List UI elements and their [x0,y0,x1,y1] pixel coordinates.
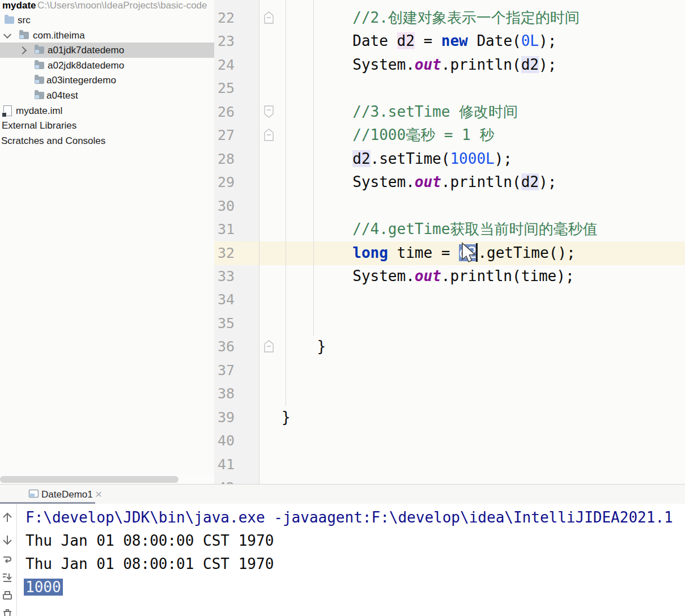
code-line-23[interactable]: 23 Date d2 = new Date(0L); [214,29,685,53]
close-icon[interactable]: × [95,485,102,504]
code-line-25[interactable]: 25 [214,77,685,100]
project-root-name: mydate [2,0,36,13]
package-icon [19,32,29,39]
package-icon [35,92,44,99]
code-line-39[interactable]: 39} [214,406,685,429]
tree-item-src[interactable]: src [0,12,214,28]
line-number: 25 [214,77,235,100]
fold-top-icon[interactable] [264,129,274,141]
line-number: 27 [214,124,235,147]
console-line: Thu Jan 01 08:00:01 CST 1970 [25,553,274,576]
tree-item-a02jdk8datedemo[interactable]: a02jdk8datedemo [0,58,214,73]
code-line-33[interactable]: 33 System.out.println(time); [214,265,685,288]
code-line-40[interactable]: 40 [214,429,685,452]
print-icon[interactable] [1,590,14,602]
line-number: 32 [214,241,235,265]
line-number: 26 [214,100,235,124]
console-tab-bar: DateDemo1 × [0,484,685,504]
code-text: d2.setTime(1000L); [282,147,512,171]
line-number: 40 [214,429,235,452]
code-text: //1000毫秒 = 1 秒 [282,124,494,147]
tree-item-external-libraries[interactable]: External Libraries [0,118,214,133]
code-line-37[interactable]: 37 [214,359,685,382]
code-editor[interactable]: 22 //2.创建对象表示一个指定的时间23 Date d2 = new Dat… [214,0,685,484]
project-tree-hscrollbar [0,475,214,484]
code-text: } [282,406,291,429]
code-line-31[interactable]: 31 //4.getTime获取当前时间的毫秒值 [214,218,685,241]
tree-item-label: src [18,12,31,28]
code-line-30[interactable]: 30 [214,194,685,218]
code-text: System.out.println(d2); [282,53,556,77]
run-console-icon [28,489,39,501]
tree-item-mydate-iml[interactable]: mydate.iml [0,103,214,118]
tree-item-label: Scratches and Consoles [1,133,105,148]
code-text: } [282,335,326,358]
tree-item-a04test[interactable]: a04test [0,88,214,103]
console-line: F:\develop\JDK\bin\java.exe -javaagent:F… [25,506,673,529]
chevron-down-icon[interactable] [3,31,11,39]
scroll-down-icon[interactable] [1,534,14,546]
line-number: 36 [214,335,235,358]
code-line-27[interactable]: 27 //1000毫秒 = 1 秒 [214,124,685,147]
tree-item-label: a01jdk7datedemo [48,43,124,58]
line-number: 29 [214,171,235,194]
line-number: 34 [214,288,235,311]
fold-top-icon[interactable] [264,11,274,24]
code-line-42[interactable]: 42 [214,476,685,484]
project-root-path: C:\Users\moon\IdeaProjects\basic-code [37,0,207,13]
line-number: 31 [214,218,235,241]
code-line-32[interactable]: 32 long time = d2.getTime(); [214,241,685,265]
console-line: 1000 [25,576,63,599]
tree-item-project-root[interactable]: mydate C:\Users\moon\IdeaProjects\basic-… [0,0,214,13]
selected-output-text: 1000 [24,579,63,596]
code-text: System.out.println(time); [282,265,575,288]
hscrollbar-thumb[interactable] [0,476,178,483]
line-number: 33 [214,265,235,288]
tree-item-label: a04test [46,88,78,103]
code-text: //2.创建对象表示一个指定的时间 [282,6,580,29]
tree-item-label: mydate.iml [16,103,62,118]
tree-item-scratches-and-consoles[interactable]: Scratches and Consoles [0,133,214,148]
code-line-38[interactable]: 38 [214,382,685,405]
console-toolbar [0,504,17,616]
scroll-to-end-icon[interactable] [1,572,14,584]
tab-label: DateDemo1 [41,485,93,504]
ide-window: mydate C:\Users\moon\IdeaProjects\basic-… [0,0,685,616]
line-number: 41 [214,453,235,476]
tree-item-label: a03integerdemo [46,73,116,88]
code-line-22[interactable]: 22 //2.创建对象表示一个指定的时间 [214,6,685,29]
line-number: 38 [214,382,235,405]
code-line-35[interactable]: 35 [214,312,685,335]
code-text: //4.getTime获取当前时间的毫秒值 [282,218,597,241]
code-line-41[interactable]: 41 [214,453,685,476]
code-line-36[interactable]: 36 } [214,335,685,358]
code-line-34[interactable]: 34 [214,288,685,311]
code-line-26[interactable]: 26 //3.setTime 修改时间 [214,100,685,124]
tree-item-a03integerdemo[interactable]: a03integerdemo [0,73,214,88]
fold-top-icon[interactable] [264,340,274,352]
code-text: //3.setTime 修改时间 [282,100,518,124]
mouse-cursor [461,242,478,265]
line-number: 35 [214,312,235,335]
tree-item-com-itheima[interactable]: com.itheima [0,28,214,43]
console-output[interactable]: F:\develop\JDK\bin\java.exe -javaagent:F… [0,504,685,616]
chevron-right-icon[interactable] [19,46,27,54]
tree-item-label: a02jdk8datedemo [48,58,124,73]
tree-item-a01jdk7datedemo[interactable]: a01jdk7datedemo [0,43,214,58]
code-line-28[interactable]: 28 d2.setTime(1000L); [214,147,685,171]
project-tree-panel: mydate C:\Users\moon\IdeaProjects\basic-… [0,0,215,484]
soft-wrap-icon[interactable] [1,554,14,566]
tree-item-label: External Libraries [2,118,76,133]
line-number: 42 [214,476,235,484]
line-number: 39 [214,406,235,429]
code-line-24[interactable]: 24 System.out.println(d2); [214,53,685,77]
code-line-29[interactable]: 29 System.out.println(d2); [214,171,685,194]
clear-icon[interactable] [1,608,14,616]
scroll-up-icon[interactable] [1,511,14,524]
package-icon [35,62,44,69]
folder-src-icon [5,16,14,24]
fold-bottom-icon[interactable] [264,105,274,118]
code-text: System.out.println(d2); [282,171,556,194]
line-number: 24 [214,53,235,77]
tree-item-label: com.itheima [33,28,85,43]
